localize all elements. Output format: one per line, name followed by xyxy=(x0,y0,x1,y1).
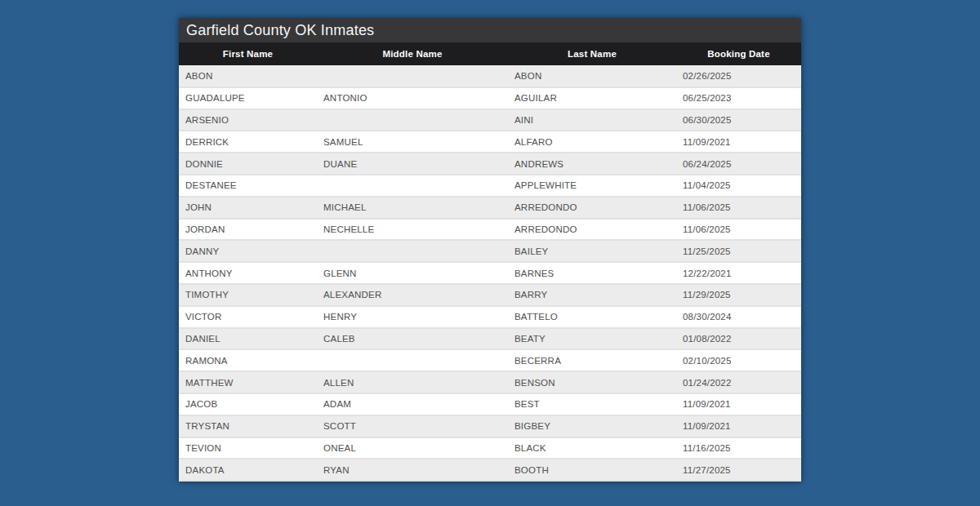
table-cell: JORDAN xyxy=(179,219,317,241)
table-cell xyxy=(317,175,508,197)
table-cell: 01/24/2022 xyxy=(676,371,801,393)
table-cell: ANTHONY xyxy=(179,262,317,284)
table-row: TRYSTANSCOTTBIGBEY11/09/2021 xyxy=(179,415,801,437)
table-cell xyxy=(317,240,508,262)
table-cell: RYAN xyxy=(317,459,508,481)
table-cell: ABON xyxy=(508,65,676,87)
table-row: ABONABON02/26/2025 xyxy=(179,65,801,87)
table-cell: BLACK xyxy=(508,437,676,459)
inmates-table-card: Garfield County OK Inmates First Name Mi… xyxy=(179,18,801,482)
table-header: First Name Middle Name Last Name Booking… xyxy=(179,42,801,65)
table-cell: DUANE xyxy=(317,153,508,175)
table-cell: BEST xyxy=(508,393,676,415)
page-background: { "page": { "background_color": "#2a5e8f… xyxy=(0,0,980,506)
table-cell: JOHN xyxy=(179,197,317,219)
table-cell: 11/04/2025 xyxy=(676,175,801,197)
table-row: JACOBADAMBEST11/09/2021 xyxy=(179,393,801,415)
table-cell: 11/09/2021 xyxy=(676,131,801,153)
table-body: ABONABON02/26/2025GUADALUPEANTONIOAGUILA… xyxy=(179,65,801,481)
table-header-row: First Name Middle Name Last Name Booking… xyxy=(179,42,801,65)
column-header-first-name: First Name xyxy=(179,42,317,65)
table-cell: RAMONA xyxy=(179,349,317,371)
table-cell: 12/22/2021 xyxy=(676,262,801,284)
table-cell: 02/26/2025 xyxy=(676,65,801,87)
table-row: VICTORHENRYBATTELO08/30/2024 xyxy=(179,306,801,328)
table-cell: BATTELO xyxy=(508,306,676,328)
table-cell: ARREDONDO xyxy=(508,197,676,219)
table-row: JORDANNECHELLEARREDONDO11/06/2025 xyxy=(179,219,801,241)
table-cell: BARRY xyxy=(508,284,676,306)
table-row: TIMOTHYALEXANDERBARRY11/29/2025 xyxy=(179,284,801,306)
table-cell: VICTOR xyxy=(179,306,317,328)
table-cell: 08/30/2024 xyxy=(676,306,801,328)
table-cell: TIMOTHY xyxy=(179,284,317,306)
table-cell: 11/27/2025 xyxy=(676,459,801,481)
table-row: GUADALUPEANTONIOAGUILAR06/25/2023 xyxy=(179,87,801,109)
table-row: ARSENIOAINI06/30/2025 xyxy=(179,109,801,131)
table-cell: NECHELLE xyxy=(317,219,508,241)
table-cell: TRYSTAN xyxy=(179,415,317,437)
table-cell: 11/06/2025 xyxy=(676,197,801,219)
table-cell: 11/09/2021 xyxy=(676,393,801,415)
table-cell xyxy=(317,109,508,131)
table-row: DANIELCALEBBEATY01/08/2022 xyxy=(179,328,801,350)
table-row: MATTHEWALLENBENSON01/24/2022 xyxy=(179,371,801,393)
table-cell: 01/08/2022 xyxy=(676,328,801,350)
table-cell: BENSON xyxy=(508,371,676,393)
table-row: ANTHONYGLENNBARNES12/22/2021 xyxy=(179,262,801,284)
table-row: RAMONABECERRA02/10/2025 xyxy=(179,349,801,371)
table-cell: AGUILAR xyxy=(508,87,676,109)
table-cell: 02/10/2025 xyxy=(676,349,801,371)
table-title-bar: Garfield County OK Inmates xyxy=(179,18,801,42)
table-cell: ANDREWS xyxy=(508,153,676,175)
table-cell: AINI xyxy=(508,109,676,131)
table-cell: 11/09/2021 xyxy=(676,415,801,437)
column-header-booking-date: Booking Date xyxy=(676,42,801,65)
table-cell: ONEAL xyxy=(317,437,508,459)
table-row: DAKOTARYANBOOTH11/27/2025 xyxy=(179,459,801,481)
table-row: TEVIONONEALBLACK11/16/2025 xyxy=(179,437,801,459)
table-row: DONNIEDUANEANDREWS06/24/2025 xyxy=(179,153,801,175)
table-cell: ALFARO xyxy=(508,131,676,153)
table-cell: 11/29/2025 xyxy=(676,284,801,306)
table-cell: ADAM xyxy=(317,393,508,415)
table-cell: ALLEN xyxy=(317,371,508,393)
column-header-last-name: Last Name xyxy=(508,42,676,65)
table-row: DERRICKSAMUELALFARO11/09/2021 xyxy=(179,131,801,153)
table-cell: DANIEL xyxy=(179,328,317,350)
table-cell: BIGBEY xyxy=(508,415,676,437)
table-row: DESTANEEAPPLEWHITE11/04/2025 xyxy=(179,175,801,197)
table-cell: MICHAEL xyxy=(317,197,508,219)
table-cell: 06/30/2025 xyxy=(676,109,801,131)
table-cell: BECERRA xyxy=(508,349,676,371)
table-cell: 06/25/2023 xyxy=(676,87,801,109)
table-cell: MATTHEW xyxy=(179,371,317,393)
table-cell: ALEXANDER xyxy=(317,284,508,306)
table-cell: DESTANEE xyxy=(179,175,317,197)
table-cell: ABON xyxy=(179,65,317,87)
table-cell: DANNY xyxy=(179,240,317,262)
inmates-table: First Name Middle Name Last Name Booking… xyxy=(179,42,801,482)
table-cell: 11/16/2025 xyxy=(676,437,801,459)
table-cell: SCOTT xyxy=(317,415,508,437)
table-cell: DAKOTA xyxy=(179,459,317,481)
table-cell: CALEB xyxy=(317,328,508,350)
table-cell: HENRY xyxy=(317,306,508,328)
table-cell: ANTONIO xyxy=(317,87,508,109)
page-title: Garfield County OK Inmates xyxy=(186,22,374,39)
table-cell: DERRICK xyxy=(179,131,317,153)
table-cell: GLENN xyxy=(317,262,508,284)
table-cell xyxy=(317,349,508,371)
table-cell: ARSENIO xyxy=(179,109,317,131)
table-cell: 11/25/2025 xyxy=(676,240,801,262)
table-cell: 11/06/2025 xyxy=(676,219,801,241)
table-row: JOHNMICHAELARREDONDO11/06/2025 xyxy=(179,197,801,219)
table-cell: ARREDONDO xyxy=(508,219,676,241)
table-cell: BOOTH xyxy=(508,459,676,481)
table-cell: DONNIE xyxy=(179,153,317,175)
table-cell: BAILEY xyxy=(508,240,676,262)
table-cell: BEATY xyxy=(508,328,676,350)
column-header-middle-name: Middle Name xyxy=(317,42,508,65)
table-cell xyxy=(317,65,508,87)
table-cell: SAMUEL xyxy=(317,131,508,153)
